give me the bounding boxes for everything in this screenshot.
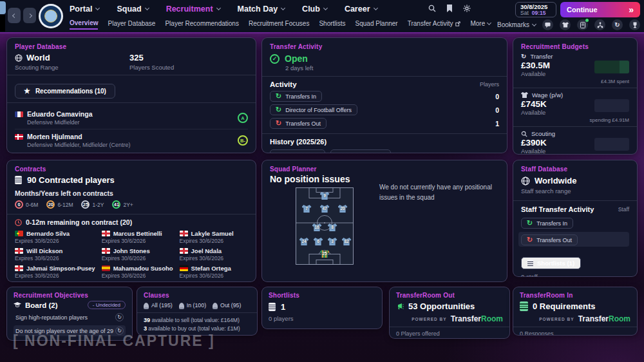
menu-club[interactable]: Club [302,5,327,14]
budget-bar-chart [594,99,629,112]
panel-squad-planner[interactable]: Squad Planner No position issues 9 7 47 [261,160,507,282]
bookmark-icon[interactable] [445,4,454,13]
menu-recruitment[interactable]: Recruitment [166,5,220,14]
expiring-player[interactable]: Will DicksonExpires 30/6/2026 [15,247,95,262]
tab-more[interactable]: More [470,20,491,29]
report-card-icon[interactable] [577,19,588,30]
club-badge-manchester-city[interactable] [39,4,63,28]
player-name: Bernardo Silva [26,230,70,237]
panel-transferroom-out[interactable]: TransferRoom Out 53 Opportunities POWERE… [389,287,510,339]
scouting-magnifier-icon [521,131,527,137]
expiring-player[interactable]: Marcus BettinelliExpires 30/6/2026 [102,230,173,244]
formation-pitch[interactable]: 9 7 47 20 16 8 24 6 3 82 25 [296,187,354,265]
tab-squad-planner[interactable]: Squad Planner [355,20,398,29]
expiring-player[interactable]: Jahmai Simpson-PuseyExpires 30/6/2026 [15,265,95,279]
time-value: 09:15 [532,10,546,16]
budget-value: £30.5M [521,61,550,70]
player-position: Defensive Midfielder [27,119,93,126]
contract-bucket-1-2y[interactable]: 251-2Y [81,200,104,209]
recommended-player-row[interactable]: Eduardo Camavinga Defensive Midfielder A [15,107,248,129]
player-name: Morten Hjulmand [27,133,82,140]
menu-squad[interactable]: Squad [117,5,148,14]
tab-player-recommendations[interactable]: Player Recommendations [165,20,239,29]
menu-portal[interactable]: Portal [70,5,99,14]
activity-row[interactable]: ↻Transfers In 0 [270,91,499,102]
sync-icon[interactable]: ↻ [612,19,623,30]
expiring-player[interactable]: Mahamadou SusohoExpires 30/6/2026 [102,265,173,279]
undecided-status-chip[interactable]: - Undecided [88,301,126,309]
contract-bucket-2y-plus[interactable]: 412Y+ [112,200,133,209]
inbox-icon[interactable] [542,19,553,30]
staff-transfers-out-row[interactable]: ↻Transfers Out [518,232,629,247]
squad-shirt-icon[interactable] [560,19,571,30]
bookmarks-menu[interactable]: Bookmarks [497,21,536,28]
tab-player-database[interactable]: Player Database [108,20,155,29]
contracted-players-headline: 90 Contracted players [27,175,115,185]
contract-bucket-0-6m[interactable]: 00-6M [15,200,38,209]
forward-button[interactable] [23,8,36,23]
history-transfers-out-chip[interactable]: £0Transfers Out [330,149,390,153]
staff-transfers-in-row[interactable]: ↻Transfers In [521,216,629,229]
top-icons [428,4,471,13]
expiring-player[interactable]: John StonesExpires 30/6/2026 [102,247,173,262]
panel-recruitment-budgets[interactable]: Recruitment Budgets ↻Transfer £30.5MAvai… [513,37,638,155]
clauses-tab-label: Out (95) [220,302,241,309]
globe-icon [521,176,530,186]
clauses-tab-all[interactable]: All (195) [144,302,173,309]
window-status-sub: 2 days left [285,64,499,71]
objective-row[interactable]: Sign high-reputation players↻ [14,312,126,323]
history-transfers-in-chip[interactable]: £0Transfers In [270,149,325,153]
panel-player-database[interactable]: Player Database World Scouting Range 325… [6,37,256,153]
panel-title: Squad Planner [270,166,499,173]
clauses-tab-in[interactable]: In (100) [179,302,206,309]
shortlist-document-icon [527,260,533,267]
tab-transfer-activity[interactable]: Transfer Activity [408,20,461,29]
menu-match-day[interactable]: Match Day [238,5,285,14]
bucket-count: 25 [81,200,90,209]
shirt-number: 20 [338,206,348,211]
activity-row[interactable]: ↻Director of Football Offers 0 [270,104,499,115]
panel-clauses[interactable]: Clauses All (195) In (100) Out (95) 39 a… [137,287,258,336]
expiring-player[interactable]: Lakyle SamuelExpires 30/6/2026 [180,230,248,244]
clauses-tab-out[interactable]: Out (95) [213,302,241,309]
panel-staff-database[interactable]: Staff Database Worldwide Staff search ra… [513,160,638,277]
chevron-down-icon [145,6,149,10]
notification-dot [585,19,589,22]
menu-career[interactable]: Career [345,5,377,14]
transfers-in-icon: ↻ [276,93,281,100]
contract-bucket-6-12m[interactable]: 206-12M [46,200,73,209]
double-chevron-icon: » [629,5,634,14]
panel-shortlists[interactable]: Shortlists 1 0 players [261,287,383,329]
back-button[interactable] [8,8,21,23]
expiring-player[interactable]: Stefan OrtegaExpires 30/6/2026 [180,265,248,279]
panel-transferroom-in[interactable]: TransferRoom In 0 Requirements POWERED B… [513,287,638,336]
panel-title: Recruitment Budgets [521,43,629,50]
panel-contracts[interactable]: Contracts 90 Contracted players Months/Y… [6,160,256,282]
recommended-player-row[interactable]: Morten Hjulmand Defensive Midfielder, Mi… [15,129,248,151]
bucket-label: 2Y+ [123,202,133,208]
trophy-icon[interactable] [629,19,640,30]
search-icon[interactable] [428,4,437,13]
expiring-player[interactable]: Bernardo SilvaExpires 30/6/2026 [15,230,95,244]
expiring-player[interactable]: Joel NdalaExpires 30/6/2026 [180,247,248,262]
tactics-hierarchy-icon[interactable] [594,19,605,30]
player-name: Jahmai Simpson-Pusey [26,265,95,272]
budget-label: Transfer [530,53,553,60]
transfers-out-icon: ↻ [527,236,533,243]
activity-row[interactable]: ↻Transfers Out 1 [270,118,499,129]
tab-overview[interactable]: Overview [70,19,98,30]
tab-player-recommendations-label: Player Recommendations [165,20,239,27]
powered-by-transferroom: POWERED BY TransferRoom [520,314,630,323]
staff-shortlists-button[interactable]: Shortlists (1) [521,257,581,269]
game-date[interactable]: 30/8/2025 Sat09:15 [515,2,556,17]
tab-recruitment-focuses[interactable]: Recruitment Focuses [249,20,309,29]
recommendations-label: Recommendations (10) [35,88,106,95]
continue-button[interactable]: Continue » [560,2,640,17]
shortlists-count: 1 [281,302,285,312]
gear-icon[interactable] [462,4,471,13]
panel-transfer-activity[interactable]: Transfer Activity ✓ Open 2 days left Act… [261,37,507,153]
recommendations-button[interactable]: ★Recommendations (10) [15,84,115,99]
tab-shortlists[interactable]: Shortlists [319,20,345,29]
player-name: Marcus Bettinelli [113,230,162,237]
tab-overview-label: Overview [70,19,98,26]
